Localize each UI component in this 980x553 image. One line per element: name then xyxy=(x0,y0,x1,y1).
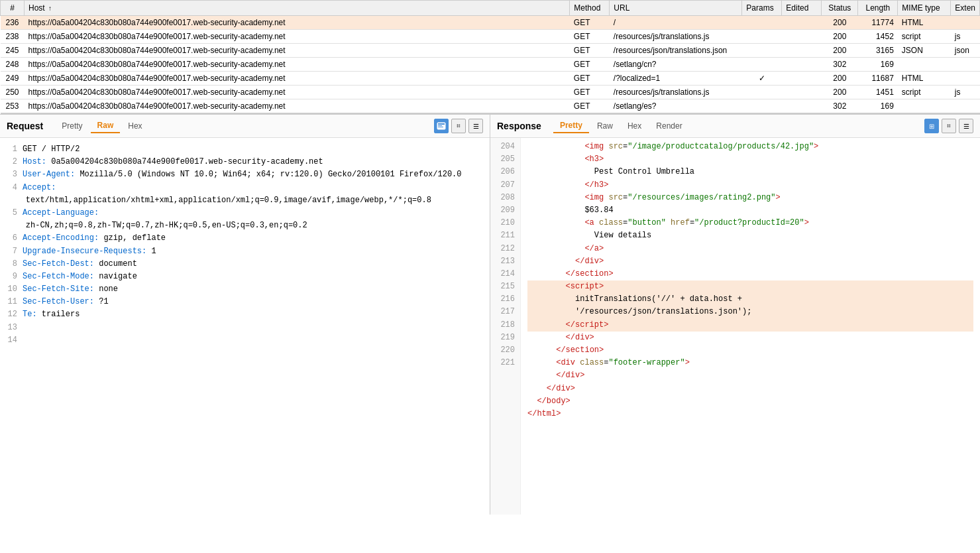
cell-length: 1451 xyxy=(858,86,898,99)
cell-edited xyxy=(782,72,822,86)
table-row[interactable]: 253 https://0a5a004204c830b080a744e900fe… xyxy=(1,99,980,114)
cell-host: https://0a5a004204c830b080a744e900fe0017… xyxy=(25,30,570,44)
response-toolbar-ln[interactable]: ⌗ xyxy=(942,119,956,133)
cell-params xyxy=(742,44,782,58)
request-toolbar-ln[interactable]: ⌗ xyxy=(451,119,466,133)
cell-url: /?localized=1 xyxy=(610,72,742,86)
col-header-host[interactable]: Host ↑ xyxy=(25,1,570,16)
tab-response-render[interactable]: Render xyxy=(649,119,688,133)
cell-length: 11774 xyxy=(858,16,898,30)
cell-status: 302 xyxy=(822,99,858,114)
col-header-method[interactable]: Method xyxy=(570,1,610,16)
code-line: </a> xyxy=(527,243,973,255)
table-row[interactable]: 245 https://0a5a004204c830b080a744e900fe… xyxy=(1,44,980,58)
cell-url: /resources/js/translations.js xyxy=(610,86,742,99)
response-toolbar-wrap[interactable]: ☰ xyxy=(959,119,973,133)
cell-host: https://0a5a004204c830b080a744e900fe0017… xyxy=(25,44,570,58)
code-line: </div> xyxy=(527,383,973,395)
response-code-area: <img src="/image/productcatalog/products… xyxy=(521,138,980,515)
header-key: Accept: xyxy=(23,183,56,192)
cell-method: GET xyxy=(570,72,610,86)
table-row[interactable]: 249 https://0a5a004204c830b080a744e900fe… xyxy=(1,72,980,86)
line-number: 219 xyxy=(496,332,515,344)
line-number: 210 xyxy=(496,217,515,229)
cell-mime: script xyxy=(898,86,951,99)
tab-response-raw[interactable]: Raw xyxy=(590,119,620,133)
cell-method: GET xyxy=(570,58,610,72)
request-toolbar-wrap[interactable]: ☰ xyxy=(468,119,483,133)
cell-num: 248 xyxy=(1,58,25,72)
cell-mime: script xyxy=(898,30,951,44)
tab-response-hex[interactable]: Hex xyxy=(621,119,648,133)
cell-mime xyxy=(898,99,951,114)
cell-params xyxy=(742,86,782,99)
header-key: Sec-Fetch-Mode: xyxy=(23,272,99,281)
table-row[interactable]: 250 https://0a5a004204c830b080a744e900fe… xyxy=(1,86,980,99)
line-number: 218 xyxy=(496,319,515,332)
cell-length: 169 xyxy=(858,99,898,114)
col-header-params[interactable]: Params xyxy=(742,1,782,16)
tab-request-raw[interactable]: Raw xyxy=(91,119,121,133)
cell-edited xyxy=(782,86,822,99)
cell-params xyxy=(742,16,782,30)
col-header-url[interactable]: URL xyxy=(610,1,742,16)
line-number: 214 xyxy=(496,268,515,280)
response-title: Response xyxy=(497,121,541,131)
request-toolbar-send[interactable] xyxy=(434,119,449,133)
cell-mime: HTML xyxy=(898,72,951,86)
cell-num: 238 xyxy=(1,30,25,44)
http-history-table: # Host ↑ Method URL Params Edited Status… xyxy=(0,0,980,114)
response-toolbar: ⊞ ⌗ ☰ xyxy=(924,119,973,133)
header-key: Te: xyxy=(23,310,42,319)
request-line: 2Host: 0a5a004204c830b080a744e900fe0017.… xyxy=(7,156,483,168)
col-header-length[interactable]: Length xyxy=(858,1,898,16)
line-number: 10 xyxy=(7,283,17,296)
code-line: </section> xyxy=(527,268,973,280)
cell-params xyxy=(742,30,782,44)
line-number: 8 xyxy=(7,258,17,271)
col-header-edited[interactable]: Edited xyxy=(782,1,822,16)
tab-request-hex[interactable]: Hex xyxy=(121,119,148,133)
line-number: 207 xyxy=(496,179,515,192)
cell-length: 3165 xyxy=(858,44,898,58)
col-header-mime[interactable]: MIME type xyxy=(898,1,951,16)
cell-host: https://0a5a004204c830b080a744e900fe0017… xyxy=(25,72,570,86)
tab-request-pretty[interactable]: Pretty xyxy=(55,119,89,133)
line-number: 208 xyxy=(496,192,515,204)
cell-status: 200 xyxy=(822,44,858,58)
line-number: 204 xyxy=(496,141,515,153)
request-line: 14 xyxy=(7,334,483,347)
cell-host: https://0a5a004204c830b080a744e900fe0017… xyxy=(25,86,570,99)
request-line: 1GET / HTTP/2 xyxy=(7,143,483,156)
col-header-num[interactable]: # xyxy=(1,1,25,16)
code-line: </script> xyxy=(527,319,973,332)
request-panel: Request Pretty Raw Hex ⌗ ☰ 1GET / HTTP/2… xyxy=(0,115,490,515)
tab-response-pretty[interactable]: Pretty xyxy=(553,119,589,133)
line-number: 206 xyxy=(496,166,515,178)
response-toolbar-grid[interactable]: ⊞ xyxy=(924,119,939,133)
cell-num: 249 xyxy=(1,72,25,86)
col-header-ext[interactable]: Exten xyxy=(951,1,980,16)
header-key: Accept-Language: xyxy=(23,208,99,217)
cell-num: 236 xyxy=(1,16,25,30)
request-line: 7Upgrade-Insecure-Requests: 1 xyxy=(7,245,483,258)
code-line: <img src="/resources/images/rating2.png"… xyxy=(527,192,973,204)
table-row[interactable]: 248 https://0a5a004204c830b080a744e900fe… xyxy=(1,58,980,72)
table-row[interactable]: 238 https://0a5a004204c830b080a744e900fe… xyxy=(1,30,980,44)
header-key: User-Agent: xyxy=(23,170,80,179)
cell-url: /setlang/cn? xyxy=(610,58,742,72)
code-line: View details xyxy=(527,229,973,242)
response-content[interactable]: 2042052062072082092102112122132142152162… xyxy=(490,138,980,515)
code-line: <img src="/image/productcatalog/products… xyxy=(527,141,973,153)
cell-url: / xyxy=(610,16,742,30)
response-panel: Response Pretty Raw Hex Render ⊞ ⌗ ☰ xyxy=(490,115,980,515)
col-header-status[interactable]: Status xyxy=(822,1,858,16)
table-row[interactable]: 236 https://0a5a004204c830b080a744e900fe… xyxy=(1,16,980,30)
code-line: '/resources/json/translations.json'); xyxy=(527,306,973,318)
code-line: Pest Control Umbrella xyxy=(527,166,973,178)
line-number: 9 xyxy=(7,271,17,283)
request-content[interactable]: 1GET / HTTP/22Host: 0a5a004204c830b080a7… xyxy=(0,138,490,515)
response-tabs: Pretty Raw Hex Render xyxy=(553,119,689,133)
line-number: 1 xyxy=(7,143,17,156)
cell-mime: HTML xyxy=(898,16,951,30)
